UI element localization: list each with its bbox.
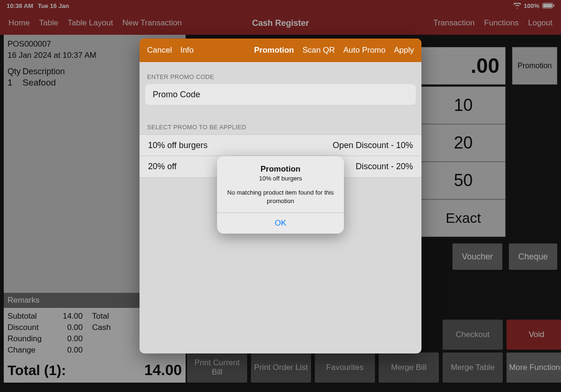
promo-detail: Discount - 20% xyxy=(356,162,413,172)
promo-detail: Open Discount - 10% xyxy=(333,141,413,150)
alert-message: No matching product item found for this … xyxy=(226,188,335,205)
enter-promo-label: ENTER PROMO CODE xyxy=(140,62,421,84)
alert-ok-button[interactable]: OK xyxy=(217,213,344,234)
apply-button[interactable]: Apply xyxy=(394,46,414,55)
alert-title: Promotion xyxy=(226,165,335,174)
promo-option[interactable]: 10% off burgers Open Discount - 10% xyxy=(140,134,421,156)
promo-name: 10% off burgers xyxy=(148,141,208,150)
tab-promotion[interactable]: Promotion xyxy=(254,46,294,55)
promo-code-input[interactable]: Promo Code xyxy=(145,84,416,105)
info-button[interactable]: Info xyxy=(180,46,194,55)
promo-name: 20% off xyxy=(148,162,177,172)
select-promo-label: SELECT PROMO TO BE APPLIED xyxy=(140,105,421,134)
tab-scan-qr[interactable]: Scan QR xyxy=(303,46,335,55)
cancel-button[interactable]: Cancel xyxy=(147,46,172,55)
alert-subtitle: 10% off burgers xyxy=(226,175,335,182)
alert-dialog: Promotion 10% off burgers No matching pr… xyxy=(217,156,344,234)
tab-auto-promo[interactable]: Auto Promo xyxy=(343,46,386,55)
